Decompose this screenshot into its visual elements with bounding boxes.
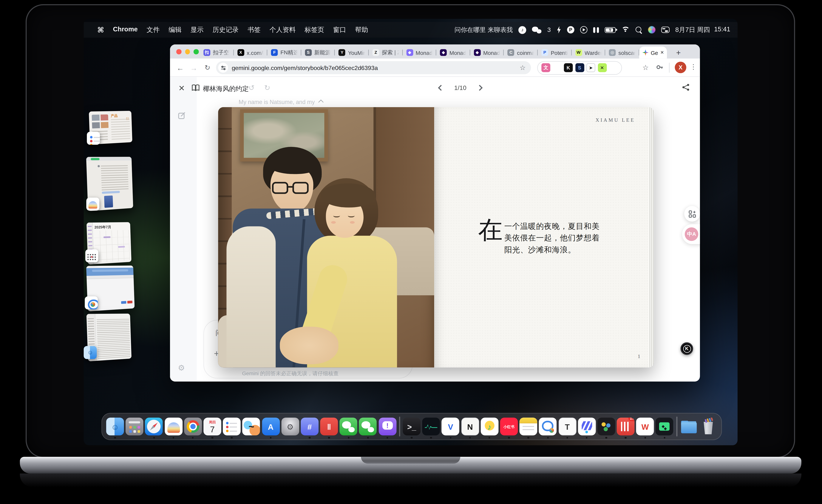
new-chat-icon[interactable]	[178, 111, 186, 122]
forward-button[interactable]: →	[189, 63, 198, 72]
dock-app[interactable]: #	[301, 418, 319, 438]
browser-tab[interactable]: C coinma	[504, 46, 538, 58]
dock-app[interactable]: 周四 7	[203, 418, 221, 438]
browser-tab[interactable]: ◆ Monad	[436, 46, 470, 58]
dock-app[interactable]	[539, 418, 557, 438]
dock-app[interactable]	[145, 418, 163, 438]
share-icon[interactable]	[682, 83, 690, 94]
back-button[interactable]: ←	[176, 63, 185, 72]
dock-app[interactable]	[680, 418, 698, 438]
dock-app[interactable]	[398, 418, 401, 439]
spotlight-search-icon[interactable]	[636, 26, 642, 33]
translate-fab[interactable]: 中A	[685, 227, 698, 241]
browser-tab[interactable]: X x.com/k	[234, 46, 267, 58]
extension-icon[interactable]: K	[564, 63, 573, 72]
close-tab-icon[interactable]: ×	[661, 50, 664, 55]
reading-list-star-icon[interactable]: ☆	[642, 63, 649, 72]
chevron-up-icon[interactable]	[318, 100, 324, 105]
browser-tab[interactable]: ◎ solscan	[605, 46, 639, 58]
browser-tab[interactable]: ◆ Monad	[470, 46, 504, 58]
music-note-icon[interactable]: ♪	[518, 26, 526, 34]
reload-button[interactable]: ↻	[203, 63, 212, 72]
dock-app[interactable]: ♪	[481, 418, 498, 438]
dock-app[interactable]	[700, 418, 717, 438]
menu-bar-item[interactable]: 显示	[190, 25, 203, 34]
browser-tab[interactable]: P Potenti	[538, 46, 571, 58]
fullscreen-window-button[interactable]	[193, 49, 198, 54]
dock-app[interactable]	[340, 418, 357, 438]
dock-app[interactable]: A	[262, 418, 280, 438]
undo-icon[interactable]: ↺	[249, 84, 255, 92]
menu-bar-item[interactable]: 帮助	[355, 25, 368, 34]
browser-tab[interactable]: Y YouMin	[335, 46, 369, 58]
tab-gemini-active[interactable]: Ge ×	[639, 46, 667, 58]
password-key-icon[interactable]	[656, 63, 664, 72]
browser-tab[interactable]: F FN精选	[267, 46, 301, 58]
menu-bar-item[interactable]: Chrome	[113, 25, 138, 34]
extension-icon[interactable]	[609, 63, 618, 72]
dock-app[interactable]	[578, 418, 595, 438]
dock-app[interactable]	[164, 418, 182, 438]
bolt-status-icon[interactable]	[556, 26, 561, 33]
next-page-icon[interactable]	[477, 85, 483, 91]
arc-browser-badge-icon[interactable]	[86, 197, 99, 211]
dock-app[interactable]	[359, 418, 377, 438]
dock-app[interactable]: 175	[617, 418, 635, 438]
extension-icon[interactable]: S	[575, 63, 584, 72]
close-storybook-icon[interactable]: ✕	[178, 84, 185, 93]
close-window-button[interactable]	[176, 49, 181, 54]
wechat-status-icon[interactable]	[532, 26, 541, 33]
dock-app[interactable]	[184, 418, 202, 438]
control-center-icon[interactable]	[661, 27, 670, 33]
airpods-icon[interactable]	[593, 27, 599, 33]
k-widget-fab[interactable]: K	[681, 342, 693, 355]
extension-icon[interactable]: ✕	[597, 63, 606, 72]
extension-icon[interactable]	[552, 63, 561, 72]
dock-app[interactable]: >_	[403, 418, 421, 438]
dock-app[interactable]	[422, 418, 440, 438]
dock-app[interactable]: 小红书	[500, 418, 518, 438]
dock-app[interactable]	[223, 418, 241, 438]
menu-bar-item[interactable]: 历史记录	[213, 25, 239, 34]
browser-tab[interactable]: W Warden	[571, 46, 605, 58]
menu-bar-item[interactable]: 个人资料	[270, 25, 296, 34]
dock-app[interactable]	[597, 418, 615, 438]
dock-app[interactable]	[675, 418, 678, 439]
profile-avatar[interactable]: X	[675, 62, 686, 73]
play-status-icon[interactable]	[580, 26, 587, 33]
dock-app[interactable]: ⚙	[281, 418, 299, 438]
browser-tab[interactable]: Z 探索 | Z	[369, 46, 403, 58]
menu-bar-clock[interactable]: 8月7日 周四 15:41	[675, 25, 730, 34]
extension-icon[interactable]: 文	[541, 63, 550, 72]
new-tab-button[interactable]: +	[673, 47, 684, 57]
wecom-app-badge-icon[interactable]	[85, 296, 98, 309]
menu-bar-item[interactable]: 编辑	[168, 25, 181, 34]
address-bar[interactable]: gemini.google.com/gem/storybook/b7e065ce…	[216, 61, 531, 74]
browser-tab[interactable]: 扣 扣子空	[200, 46, 234, 58]
dock-app[interactable]: !	[379, 418, 396, 438]
minimize-window-button[interactable]	[185, 49, 190, 54]
menu-bar-item[interactable]: 书签	[248, 25, 261, 34]
chrome-menu-icon[interactable]: ⋮	[690, 63, 697, 71]
bookmark-star-icon[interactable]: ☆	[519, 64, 526, 72]
dock-app[interactable]: T	[558, 418, 576, 438]
previous-page-icon[interactable]	[438, 85, 444, 91]
menu-bar-item[interactable]: 标签页	[305, 25, 324, 34]
extension-grid-fab[interactable]	[684, 206, 700, 222]
p-app-status-icon[interactable]: P	[567, 26, 574, 33]
menu-bar-item[interactable]: 文件	[147, 25, 160, 34]
wifi-icon[interactable]	[622, 27, 630, 33]
calendar-app-badge-icon[interactable]	[85, 249, 98, 262]
browser-tab[interactable]: ◆ Monad	[403, 46, 436, 58]
dock-app[interactable]: ‖	[320, 418, 338, 438]
dock-app[interactable]: ☺	[106, 418, 124, 438]
extension-icon[interactable]: ➤	[586, 63, 595, 72]
browser-tab[interactable]: S 新能源	[301, 46, 335, 58]
dock-app[interactable]: ~	[242, 418, 260, 438]
finder-app-badge-icon[interactable]: ☺	[84, 346, 97, 359]
battery-icon[interactable]	[605, 27, 616, 33]
redo-icon[interactable]: ↻	[264, 84, 270, 92]
dock-app[interactable]	[519, 418, 537, 438]
apple-menu-icon[interactable]: ⌘	[97, 26, 104, 34]
settings-gear-icon[interactable]: ⚙	[178, 363, 185, 373]
